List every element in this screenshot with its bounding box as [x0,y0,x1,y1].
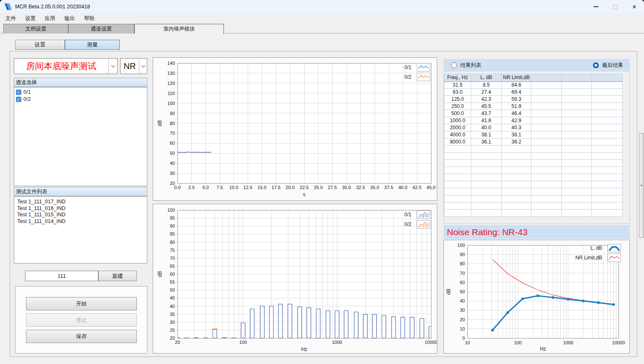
table-row[interactable]: 31.58.584.6 [444,82,623,89]
table-cell: 45.5 [471,103,502,110]
list-item[interactable]: Test 1_111_017_IND [16,199,147,205]
menu-item-output[interactable]: 输出 [60,14,80,23]
table-row[interactable]: 500.043.746.4 [444,110,623,117]
table-row-empty [444,181,623,188]
test-file-list[interactable]: Test 1_111_017_IND Test 1_111_016_IND Te… [14,196,147,264]
list-item[interactable]: Test 1_111_014_IND [16,218,147,225]
legend-item[interactable]: L, dB [575,244,621,252]
minimize-button[interactable] [586,0,606,13]
checkbox-checked-icon[interactable]: ✓ [16,97,21,102]
list-item[interactable]: Test 1_111_015_IND [16,212,147,218]
table-header-cell [562,74,592,82]
svg-text:100: 100 [239,340,247,345]
table-cell [531,110,562,117]
table-cell [471,146,502,153]
table-cell [531,203,562,210]
channel-list[interactable]: ✓ 0/1 ✓ 0/2 [14,87,147,186]
test-name-combo[interactable]: 房间本底噪声测试 [14,58,118,74]
table-row[interactable]: 250.045.551.9 [444,103,623,110]
legend-series-icon[interactable] [417,73,430,81]
svg-text:7.5: 7.5 [216,185,223,190]
test-name-combo-arrow[interactable] [108,59,117,74]
close-button[interactable]: ✕ [625,0,644,13]
new-button[interactable]: 新建 [98,271,137,281]
legend-series-icon[interactable] [417,210,430,219]
svg-text:40: 40 [170,161,175,166]
legend-item[interactable]: 0/1 [404,63,430,72]
menu-item-settings[interactable]: 设置 [21,14,40,23]
tab-document-settings[interactable]: 文档设置 [3,24,68,33]
svg-text:65: 65 [170,264,175,269]
table-cell [562,103,592,110]
table-cell [531,146,562,153]
table-row[interactable]: 63.027.469.4 [444,89,623,96]
time-history-chart: 0.02.55.07.510.012.515.017.520.022.525.0… [153,58,437,200]
results-list-radio[interactable]: 结果列表 [451,62,481,69]
table-cell [562,146,592,153]
table-cell: 2000.0 [444,124,471,131]
stop-button[interactable]: 停止 [26,313,137,327]
subtab-measure[interactable]: 测量 [65,40,120,50]
last-result-radio[interactable]: 最后结果 [593,62,623,69]
list-item[interactable]: Test 1_111_016_IND [16,205,147,212]
table-cell: 84.6 [502,82,531,89]
table-cell [531,96,562,103]
table-row-empty [444,203,623,210]
tab-indoor-noise-module[interactable]: 室内噪声模块 [134,24,224,34]
svg-text:130: 130 [167,71,175,76]
table-cell [592,153,623,160]
svg-text:37.5: 37.5 [384,185,393,190]
svg-text:30: 30 [460,308,465,313]
table-cell [502,188,531,195]
maximize-button[interactable] [606,0,625,13]
table-cell [592,167,623,174]
table-row[interactable]: 8000.036.136.2 [444,138,623,146]
menu-item-help[interactable]: 帮助 [80,14,99,23]
table-cell [592,131,623,138]
legend-item[interactable]: 0/2 [404,73,430,81]
table-cell [562,89,592,96]
svg-text:80: 80 [170,121,175,126]
svg-text:35.0: 35.0 [370,185,379,190]
legend-series-icon[interactable] [417,220,430,228]
tab-channel-settings[interactable]: 通道设置 [68,24,134,33]
table-row[interactable]: 1000.041.842.9 [444,117,623,124]
table-row-empty [444,153,623,160]
svg-text:20.0: 20.0 [286,185,295,190]
channel-item[interactable]: ✓ 0/2 [16,96,147,103]
table-cell [562,195,592,203]
svg-text:42.5: 42.5 [413,185,421,190]
menu-item-application[interactable]: 应用 [40,14,60,23]
legend-item[interactable]: 0/2 [404,220,430,228]
table-cell [502,160,531,167]
svg-text:85: 85 [170,231,175,236]
svg-text:50: 50 [170,287,175,292]
file-name-input[interactable]: 111 [25,271,98,281]
table-cell: 40.3 [502,124,531,131]
svg-text:25.0: 25.0 [314,185,323,190]
checkbox-checked-icon[interactable]: ✓ [16,90,21,95]
table-row[interactable]: 125.042.359.3 [444,96,623,103]
results-table[interactable]: Freq., HzL, dBNR Limit,dB31.58.584.663.0… [444,74,623,217]
svg-text:55: 55 [170,279,175,285]
svg-text:17.5: 17.5 [272,185,280,190]
legend-item[interactable]: 0/1 [404,210,430,219]
table-row[interactable]: 4000.038.138.1 [444,131,623,138]
legend-item[interactable]: NR Limit,dB [575,254,621,262]
nr-standard-combo[interactable]: NR [120,58,147,74]
chevron-down-icon [111,63,115,67]
table-cell [471,203,502,210]
save-button[interactable]: 保存 [26,330,137,343]
legend-series-icon[interactable] [417,63,430,72]
channel-item[interactable]: ✓ 0/1 [16,89,147,96]
start-button[interactable]: 开始 [26,297,137,310]
nr-combo-arrow[interactable] [139,59,147,74]
legend-series-icon[interactable] [608,254,621,262]
legend-series-icon[interactable] [608,244,621,252]
table-row[interactable]: 2000.040.040.3 [444,124,623,131]
menu-item-file[interactable]: 文件 [1,14,21,23]
table-cell [471,188,502,195]
panel-collapse-handle[interactable]: < [639,133,644,238]
subtab-settings[interactable]: 设置 [15,40,65,50]
table-header-cell: NR Limit,dB [502,74,531,82]
